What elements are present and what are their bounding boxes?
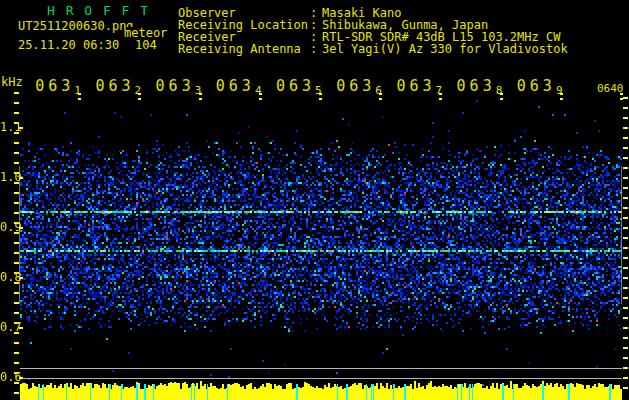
info-colon: : — [310, 43, 317, 56]
y-tick-mark — [19, 227, 23, 229]
x-tick-label: 0639 — [517, 80, 563, 94]
x-tick-dot — [379, 98, 382, 100]
x-tick-dot — [199, 98, 202, 100]
x-tick-dot — [439, 98, 442, 100]
x-tick-dot — [138, 98, 141, 100]
info-value-antenna: 3el Yagi(V) Az 330 for Vladivostok — [322, 43, 568, 56]
x-tick-dot — [199, 93, 202, 95]
x-tick-dot — [500, 93, 503, 95]
echo-count: 104 — [135, 39, 157, 52]
capture-datetime: 25.11.20 06:30 — [18, 39, 119, 52]
app-title: H R O F F T — [47, 4, 150, 17]
hrofft-screen: H R O F F T UT2511200630.pn g meteor 25.… — [0, 0, 629, 400]
x-tick-label: 0632 — [95, 80, 141, 94]
x-tick-dot — [620, 98, 623, 100]
plot-right-edge-line — [621, 166, 622, 304]
capture-filename: UT2511200630.pn — [18, 20, 126, 33]
x-tick-dot — [439, 93, 442, 95]
x-tick-label: 0637 — [396, 80, 442, 94]
x-tick-dot — [319, 93, 322, 95]
x-tick-label: 0638 — [457, 80, 503, 94]
y-tick-mark — [19, 327, 23, 329]
y-tick-mark — [19, 177, 23, 179]
x-tick-dot — [500, 98, 503, 100]
x-tick-dot — [138, 93, 141, 95]
x-tick-dot — [620, 93, 623, 95]
x-tick-label: 0631 — [35, 80, 81, 94]
y-tick-mark — [19, 277, 23, 279]
x-tick-dot — [259, 98, 262, 100]
x-tick-dot — [560, 93, 563, 95]
x-tick-dot — [319, 98, 322, 100]
reference-line-upper — [20, 368, 622, 369]
spectrogram-canvas — [20, 100, 622, 386]
y-tick-mark — [19, 127, 23, 129]
info-label-antenna: Receiving Antenna — [178, 43, 301, 56]
x-tick-dot — [78, 93, 81, 95]
x-tick-dot — [560, 98, 563, 100]
x-tick-dot — [259, 93, 262, 95]
x-tick-label: 0634 — [216, 80, 262, 94]
x-tick-dot — [78, 98, 81, 100]
y-axis-unit-label: kHz — [1, 76, 23, 89]
x-tick-label: 0636 — [336, 80, 382, 94]
x-tick-dot — [379, 93, 382, 95]
x-tick-label: 0635 — [276, 80, 322, 94]
x-tick-label: 0633 — [156, 80, 202, 94]
signal-level-meter-canvas — [20, 380, 622, 400]
y-axis-right-tick-column — [623, 97, 628, 397]
y-tick-mark — [19, 377, 23, 379]
reference-line-lower — [20, 378, 622, 379]
